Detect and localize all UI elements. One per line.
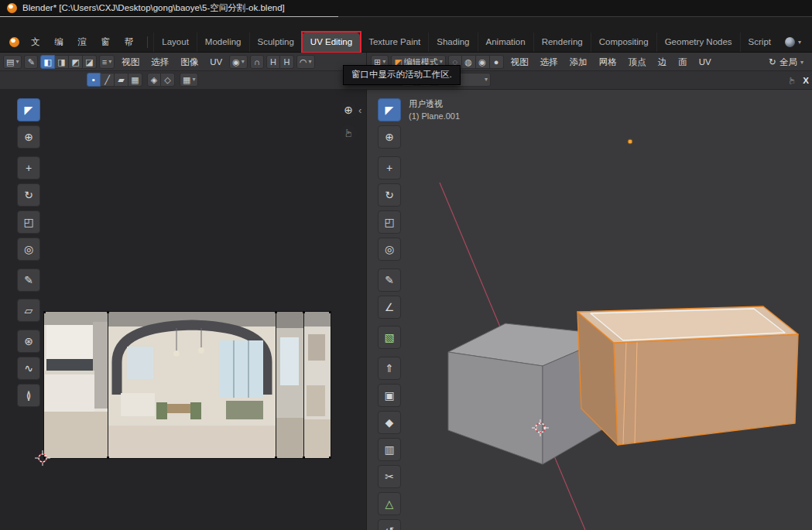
menu-render[interactable]: 渲染 (70, 32, 94, 52)
pan-hand-icon: ☞ (342, 128, 355, 138)
uv-tool-cursor[interactable]: ⊕ (17, 125, 40, 149)
tab-rendering[interactable]: Rendering (533, 32, 591, 52)
uv-tool-annotate[interactable]: ✎ (17, 268, 40, 292)
move-tool-icon: + (386, 162, 392, 174)
uv-falloff-dropdown[interactable]: ◠ ▾ (296, 55, 315, 69)
uv-brush-button[interactable]: ✎ (24, 55, 38, 69)
relax-tool-icon: ∿ (24, 362, 33, 374)
vp-tool-cursor[interactable]: ⊕ (378, 125, 401, 149)
uv-menu-select[interactable]: 选择 (146, 53, 173, 71)
app-menu-button[interactable] (5, 32, 24, 52)
zoom-button[interactable]: ⊕ (340, 101, 357, 118)
cube-selected[interactable] (577, 306, 798, 445)
region-collapse-arrow[interactable]: ‹ (358, 104, 361, 116)
uv-editor-type-button[interactable]: ▤ ▾ (3, 55, 22, 69)
uv-tool-relax[interactable]: ∿ (17, 357, 40, 380)
vp-menu-edge[interactable]: 边 (653, 53, 672, 71)
uv-layers-dropdown[interactable]: ≡ ▾ (99, 55, 115, 69)
uv-sticky-button-2[interactable]: ◇ (161, 73, 175, 87)
vp-menu-face[interactable]: 面 (673, 53, 692, 71)
uv-select-island-button[interactable]: ▦ (128, 73, 142, 87)
tab-shading[interactable]: Shading (428, 32, 477, 52)
cube-plain-left-face[interactable] (448, 352, 543, 464)
uv-display-button-1[interactable]: ◧ (40, 55, 54, 69)
shading-button-2[interactable]: ◍ (462, 55, 476, 69)
uv-snap-toggle[interactable]: ∩ (250, 55, 264, 69)
shading-button-3[interactable]: ◉ (476, 55, 490, 69)
menu-help[interactable]: 帮助 (118, 32, 141, 52)
vp-tool-annotate[interactable]: ✎ (378, 268, 401, 292)
uv-select-edge-button[interactable]: ╱ (101, 73, 115, 87)
chevron-down-icon: ▾ (800, 59, 803, 66)
tab-compositing[interactable]: Compositing (591, 32, 656, 52)
tab-modeling[interactable]: Modeling (197, 32, 249, 52)
transform-orientation-dropdown[interactable]: ↻ 全局 ▾ (764, 56, 808, 68)
viewport-3d-scene[interactable] (367, 90, 812, 530)
vp-menu-view[interactable]: 视图 (506, 53, 533, 71)
uv-tool-pinch[interactable]: ≬ (17, 384, 40, 407)
vp-tool-extrude-region[interactable]: ⇑ (378, 357, 401, 380)
vp-menu-add[interactable]: 添加 (565, 53, 592, 71)
uv-menu-uv[interactable]: UV (205, 53, 227, 71)
uv-pivot-dropdown[interactable]: ◉ ▾ (229, 55, 248, 69)
uv-proportional-button-2[interactable]: H (280, 55, 294, 69)
pivot-icon: ◉ (232, 58, 240, 67)
uv-display-button-2[interactable]: ◨ (55, 55, 69, 69)
vp-tool-scale[interactable]: ◰ (378, 210, 401, 234)
vp-menu-uv[interactable]: UV (694, 53, 716, 71)
cube-selected-front-face[interactable] (614, 334, 798, 445)
uv-tool-transform[interactable]: ◎ (17, 238, 40, 261)
uv-tool-grab[interactable]: ⊛ (17, 330, 40, 353)
uv-sticky-button-1[interactable]: ◈ (147, 73, 161, 87)
pan-button[interactable]: ☞ (340, 125, 357, 142)
tab-uv-editing[interactable]: UV Editing (302, 32, 360, 52)
uv-image-canvas[interactable] (43, 311, 331, 459)
uv-image-dropdown[interactable]: ▦ ▾ (180, 73, 198, 87)
vp-tool-rotate[interactable]: ↻ (378, 183, 401, 207)
uv-tool-tweak-select[interactable]: ◤ (17, 98, 40, 121)
shading-button-4[interactable]: ● (490, 55, 504, 69)
uv-tool-move[interactable]: + (17, 156, 40, 180)
menu-window[interactable]: 窗口 (94, 32, 117, 52)
vp-menu-select[interactable]: 选择 (536, 53, 563, 71)
tab-geometry-nodes[interactable]: Geometry Nodes (656, 32, 740, 52)
uv-tool-rotate[interactable]: ↻ (17, 183, 40, 207)
vp-tool-tweak-select[interactable]: ◤ (378, 98, 401, 121)
tab-animation[interactable]: Animation (478, 32, 533, 52)
uv-select-vertex-button[interactable]: ▪ (87, 73, 101, 87)
menu-edit[interactable]: 编辑 (47, 32, 70, 52)
vp-tool-spin[interactable]: ↺ (378, 519, 401, 530)
menu-file[interactable]: 文件 (24, 32, 47, 52)
vp-tool-move[interactable]: + (378, 156, 401, 180)
tab-script[interactable]: Script (740, 32, 779, 52)
viewport-3d[interactable]: 用户透视 (1) Plane.001 ◤ ⊕ + ↻ ◰ ◎ ✎ ∠ ▧ ⇑ ▣… (366, 90, 812, 530)
vp-tool-loop-cut[interactable]: ▥ (378, 438, 401, 461)
uv-editor[interactable]: ◤ ⊕ + ↻ ◰ ◎ ✎ ▱ ⊛ ∿ ≬ ⊕ ☞ ‹ (0, 90, 366, 530)
gizmo-x-axis-label[interactable]: X (803, 76, 809, 85)
pan-hand-icon[interactable]: ☞ (786, 77, 797, 84)
scene-selector[interactable]: ▾ (779, 32, 807, 52)
uv-display-button-4[interactable]: ◪ (83, 55, 97, 69)
vp-menu-vertex[interactable]: 顶点 (624, 53, 651, 71)
vp-tool-knife[interactable]: ✂ (378, 465, 401, 488)
vp-tool-poly-build[interactable]: △ (378, 492, 401, 515)
uv-tool-scale[interactable]: ◰ (17, 210, 40, 234)
vp-tool-add-cube[interactable]: ▧ (378, 326, 401, 349)
vp-tool-bevel[interactable]: ◆ (378, 411, 401, 434)
vp-tool-transform[interactable]: ◎ (378, 238, 401, 261)
uv-proportional-button-1[interactable]: H (266, 55, 280, 69)
viewport-object-label: (1) Plane.001 (409, 111, 460, 121)
uv-select-face-button[interactable]: ▰ (115, 73, 128, 87)
tab-layout[interactable]: Layout (153, 32, 197, 52)
face-select-icon: ▰ (118, 76, 124, 84)
uv-display-button-3[interactable]: ◩ (69, 55, 83, 69)
loop-cut-tool-icon: ▥ (384, 443, 394, 456)
vp-menu-mesh[interactable]: 网格 (594, 53, 622, 71)
uv-menu-view[interactable]: 视图 (117, 53, 144, 71)
tab-texture-paint[interactable]: Texture Paint (360, 32, 428, 52)
uv-menu-image[interactable]: 图像 (176, 53, 203, 71)
tab-sculpting[interactable]: Sculpting (249, 32, 302, 52)
uv-tool-rip-region[interactable]: ▱ (17, 299, 40, 322)
vp-tool-inset-faces[interactable]: ▣ (378, 384, 401, 407)
vp-tool-measure[interactable]: ∠ (378, 296, 401, 319)
